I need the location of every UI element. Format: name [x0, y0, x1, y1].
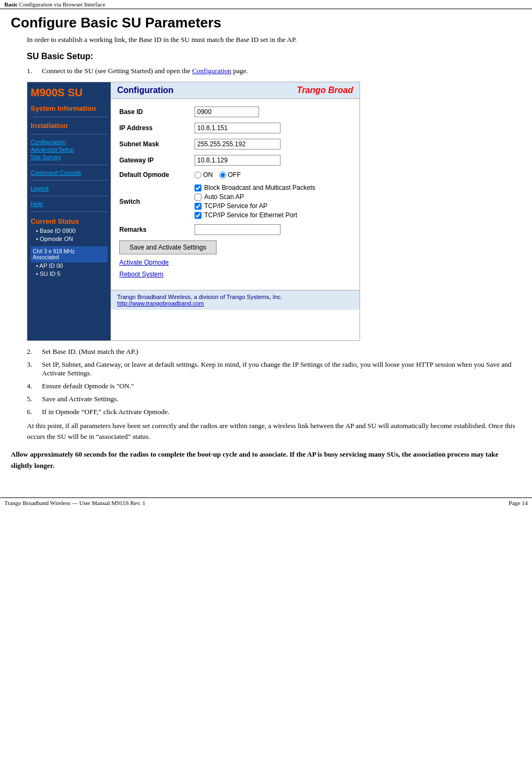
divider-1	[31, 117, 107, 117]
sidebar-command-console[interactable]: Command Console	[31, 169, 107, 176]
switch-row: Switch Block Broadcast and Multicast Pac…	[119, 184, 351, 219]
section-title: SU Basic Setup:	[27, 52, 521, 61]
reboot-system-link[interactable]: Reboot System	[119, 271, 351, 278]
config-header-brand: Trango Broad	[297, 86, 353, 95]
switch-checkbox-0[interactable]	[195, 184, 202, 191]
step-5: 5. Save and Activate Settings.	[27, 395, 521, 403]
remarks-row: Remarks	[119, 224, 351, 235]
opmode-on-label[interactable]: ON	[195, 171, 213, 179]
sidebar-link-advanced-setup[interactable]: Advanced Setup	[31, 146, 107, 153]
step-3: 3. Set IP, Subnet, and Gateway, or leave…	[27, 360, 521, 378]
step-3-text: Set IP, Subnet, and Gateway, or leave at…	[42, 360, 521, 378]
status-info: Ch# 3 e 918 MHz Associated	[31, 246, 107, 262]
remarks-input[interactable]	[195, 224, 281, 235]
footer-right: Page 14	[509, 500, 528, 506]
step-6-text: If in Opmode “OFF,” click Activate Opmod…	[42, 408, 169, 416]
current-status-title: Current Status	[31, 217, 107, 225]
page-header: Basic Configuration via Browser Interfac…	[0, 0, 532, 9]
remarks-value	[195, 224, 351, 235]
base-id-row: Base ID	[119, 106, 351, 117]
opmode-value: ON OFF	[195, 171, 351, 179]
opmode-off-radio[interactable]	[219, 172, 226, 179]
switch-checkbox-1[interactable]	[195, 194, 202, 201]
page-title: Configure Basic SU Parameters	[11, 15, 521, 31]
gateway-label: Gateway IP	[119, 157, 195, 164]
step-6: 6. If in Opmode “OFF,” click Activate Op…	[27, 408, 521, 416]
switch-options: Block Broadcast and Multicast Packets Au…	[195, 184, 351, 219]
status-ap-id: AP ID 00	[31, 262, 107, 269]
switch-option-2[interactable]: TCP/IP Service for AP	[195, 202, 351, 210]
switch-option-3[interactable]: TCP/IP Service for Ethernet Port	[195, 211, 351, 219]
sidebar-link-site-survey[interactable]: Site Survey	[31, 154, 107, 160]
opmode-on-radio[interactable]	[195, 172, 202, 179]
current-status-section: Current Status Base ID 0900 Opmode ON Ch…	[31, 217, 107, 277]
divider-2	[31, 134, 107, 134]
step-2: 2. Set Base ID. (Must match the AP.)	[27, 347, 521, 356]
subnet-label: Subnet Mask	[119, 140, 195, 148]
switch-checkbox-2[interactable]	[195, 203, 202, 210]
subnet-row: Subnet Mask	[119, 139, 351, 150]
config-panel: Configuration Trango Broad Base ID IP Ad…	[111, 82, 360, 340]
gateway-row: Gateway IP	[119, 155, 351, 166]
footer-url[interactable]: http://www.trangobroadband.com	[117, 300, 204, 307]
config-header: Configuration Trango Broad	[111, 82, 360, 99]
footer-text: Trango Broadband Wireless, a division of…	[117, 294, 353, 300]
sidebar-link-configuration[interactable]: Configuration	[31, 139, 107, 145]
divider-6	[31, 211, 107, 212]
switch-label: Switch	[119, 198, 195, 205]
step-4-num: 4.	[27, 382, 42, 390]
step-2-text: Set Base ID. (Must match the AP.)	[42, 347, 138, 356]
base-id-label: Base ID	[119, 108, 195, 116]
sidebar-help[interactable]: Help	[31, 201, 107, 207]
sidebar-system-info[interactable]: System Information	[31, 104, 107, 112]
divider-5	[31, 196, 107, 196]
bold-note: Allow approximately 60 seconds for the r…	[11, 449, 521, 472]
save-activate-button[interactable]: Save and Activate Settings	[119, 240, 217, 254]
step-4-text: Ensure default Opmode is "ON."	[42, 382, 134, 390]
ip-input[interactable]	[195, 123, 281, 133]
divider-3	[31, 165, 107, 165]
status-su-id: SU ID 5	[31, 271, 107, 277]
switch-option-1[interactable]: Auto Scan AP	[195, 193, 351, 201]
ip-row: IP Address	[119, 123, 351, 133]
gateway-value	[195, 155, 351, 166]
step-1-num: 1.	[27, 67, 42, 75]
config-footer: Trango Broadband Wireless, a division of…	[111, 290, 360, 310]
opmode-label: Default Opmode	[119, 171, 195, 179]
step-4: 4. Ensure default Opmode is "ON."	[27, 382, 521, 390]
ip-label: IP Address	[119, 124, 195, 132]
remarks-label: Remarks	[119, 226, 195, 233]
page-footer: Trango Broadband Wireless — User Manual …	[0, 497, 532, 508]
opmode-off-label[interactable]: OFF	[219, 171, 241, 179]
step-1: 1. Connect to the SU (see Getting Starte…	[27, 67, 521, 75]
status-base-id: Base ID 0900	[31, 227, 107, 234]
step-2-num: 2.	[27, 347, 42, 356]
step-5-text: Save and Activate Settings.	[42, 395, 118, 403]
summary-text: At this point, if all parameters have be…	[27, 421, 521, 442]
gateway-input[interactable]	[195, 155, 281, 166]
sidebar-installation[interactable]: Installation	[31, 122, 107, 130]
main-content: Configure Basic SU Parameters In order t…	[0, 9, 532, 487]
status-opmode: Opmode ON	[31, 236, 107, 242]
config-body: Base ID IP Address Subnet Mask	[111, 99, 360, 290]
opmode-row: Default Opmode ON OFF	[119, 171, 351, 179]
ip-value	[195, 123, 351, 133]
activate-opmode-link[interactable]: Activate Opmode	[119, 259, 351, 266]
subnet-value	[195, 139, 351, 150]
step-1-text: Connect to the SU (see Getting Started) …	[42, 67, 248, 75]
config-screenshot: M900S SU System Information Installation…	[27, 82, 360, 341]
intro-text: In order to establish a working link, th…	[27, 35, 521, 44]
step-3-num: 3.	[27, 360, 42, 378]
switch-checkbox-3[interactable]	[195, 212, 202, 219]
divider-4	[31, 180, 107, 181]
header-text: Basic Configuration via Browser Interfac…	[4, 1, 105, 8]
base-id-input[interactable]	[195, 106, 259, 117]
footer-left: Trango Broadband Wireless — User Manual …	[4, 500, 146, 506]
switch-option-0[interactable]: Block Broadcast and Multicast Packets	[195, 184, 351, 191]
sidebar-logo: M900S SU	[31, 87, 107, 99]
step-5-num: 5.	[27, 395, 42, 403]
sidebar-logout[interactable]: Logout	[31, 185, 107, 191]
step-6-num: 6.	[27, 408, 42, 416]
config-header-title: Configuration	[117, 86, 174, 95]
subnet-input[interactable]	[195, 139, 281, 150]
